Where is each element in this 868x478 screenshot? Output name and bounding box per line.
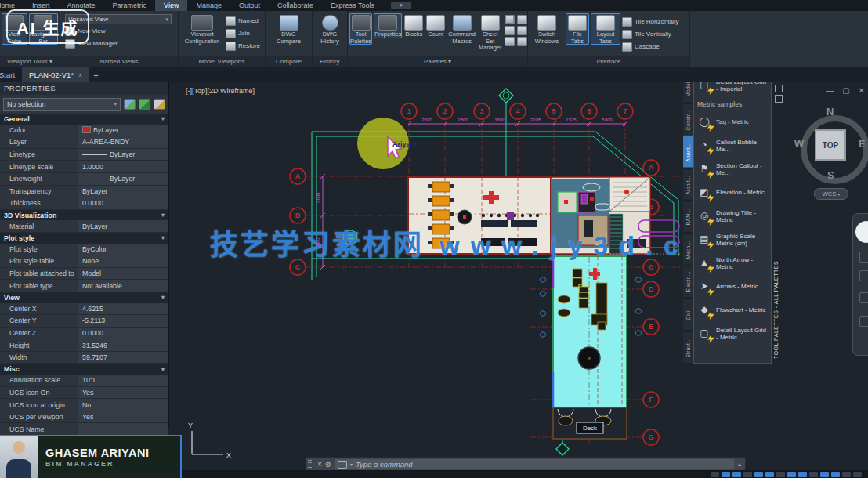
autohide-icon[interactable] (775, 85, 783, 92)
minimize-icon[interactable]: — (826, 86, 834, 95)
panel-label-model-viewports[interactable]: Model Viewports (179, 56, 265, 67)
palette-tab-architectural[interactable]: Archit... (683, 168, 693, 201)
ribbon-tab-annotate[interactable]: Annotate (59, 0, 104, 11)
view-cube-button[interactable]: View Cube (2, 13, 27, 45)
dwg-history-button[interactable]: DWG History (314, 13, 345, 45)
ribbon-tab-collaborate[interactable]: Collaborate (269, 0, 322, 11)
palette-item[interactable]: ➤ Arrows - Metric (696, 275, 769, 299)
orbit-icon[interactable] (859, 292, 868, 303)
palette-item[interactable]: ▤ Graphic Scale - Metric (cm) (696, 228, 769, 252)
toggle-pickadd-icon[interactable] (124, 99, 136, 110)
palette-item[interactable]: ◎ Drawing Title - Metric (696, 205, 769, 228)
palette-tab-annotation[interactable]: Annot... (683, 136, 693, 168)
markup-palette-icon[interactable] (517, 26, 527, 35)
ribbon-tab-view[interactable]: View (155, 0, 187, 11)
palette-item[interactable]: ◔ Callout Bubble - Me... (696, 134, 769, 158)
panel-label-interface[interactable]: Interface (528, 56, 689, 67)
section-misc[interactable]: Misc ▾ (0, 364, 168, 375)
command-input[interactable]: ▾ Type a command (335, 459, 734, 469)
properties-button[interactable]: Properties (374, 13, 402, 38)
palette-item[interactable]: ◆ Flowchart - Metric (696, 299, 769, 322)
panel-label-palettes[interactable]: Palettes ▾ (348, 56, 527, 67)
status-toggle[interactable] (809, 472, 818, 477)
palette-item[interactable]: ⚑ Section Callout - Me... (696, 158, 769, 181)
viewcube-west[interactable]: W (794, 138, 804, 150)
viewport-controls-label[interactable]: [-][Top][2D Wireframe] (186, 87, 255, 95)
selection-dropdown[interactable]: No selection ▾ (3, 98, 121, 111)
status-toggle[interactable] (776, 472, 785, 477)
panel-label-named-views[interactable]: Named Views (60, 56, 178, 67)
panel-label-history[interactable]: History (313, 56, 347, 67)
view-manager-button[interactable]: View Manager (65, 38, 172, 49)
text-window-icon[interactable] (505, 15, 515, 24)
layout-tabs-button[interactable]: Layout Tabs (591, 13, 620, 45)
quick-select-icon[interactable] (154, 99, 165, 110)
expand-history-icon[interactable]: ▴ (738, 461, 741, 468)
drawing-tab[interactable]: PLAN-02-V1* × (22, 67, 89, 82)
palette-item[interactable]: ◯ Tag - Metric (696, 110, 769, 134)
status-toggle[interactable] (853, 472, 862, 477)
blocks-button[interactable]: Blocks (403, 13, 424, 38)
showmotion-icon[interactable] (859, 316, 868, 327)
start-tab[interactable]: Start (0, 67, 22, 82)
ribbon-tab-express-tools[interactable]: Express Tools (322, 0, 383, 11)
view-combobox[interactable]: Unsaved View ▾ (65, 14, 172, 24)
full-navigation-wheel-icon[interactable] (855, 221, 868, 243)
layer-palette-icon[interactable] (505, 26, 515, 35)
close-command-icon[interactable]: × (317, 460, 322, 469)
viewcube-south[interactable]: S (827, 169, 834, 181)
status-toggle[interactable] (831, 472, 840, 477)
palette-tab-electrical[interactable]: Electri... (683, 266, 693, 299)
design-center-icon[interactable] (505, 37, 515, 46)
viewport-configuration-button[interactable]: Viewport Configuration (180, 13, 224, 45)
count-button[interactable]: Count (425, 13, 446, 38)
status-toggle[interactable] (722, 472, 730, 477)
palette-tab-structural[interactable]: Struct... (683, 331, 693, 364)
status-toggle[interactable] (754, 472, 763, 477)
zoom-icon[interactable] (859, 270, 868, 281)
close-icon[interactable]: ✕ (859, 86, 865, 95)
restore-icon[interactable]: ▢ (842, 86, 849, 95)
ribbon-tab-parametric[interactable]: Parametric (104, 0, 156, 11)
status-toggle[interactable] (798, 472, 807, 477)
viewcube-top-face[interactable]: TOP (815, 129, 846, 161)
tile-vertically-button[interactable]: Tile Vertically (622, 28, 679, 40)
customize-icon[interactable]: ⚙ (325, 461, 331, 469)
status-toggle[interactable] (732, 472, 741, 477)
palette-tab-mechanical[interactable]: Mech... (683, 234, 693, 266)
palette-item[interactable]: ▲ North Arrow - Metric (696, 252, 769, 275)
cascade-button[interactable]: Cascade (622, 41, 679, 53)
clipboard-palette-icon[interactable] (517, 37, 527, 46)
status-toggle[interactable] (711, 472, 719, 477)
section-plot-style[interactable]: Plot style ▾ (0, 233, 168, 244)
tool-palettes-button[interactable]: Tool Palettes (349, 13, 372, 45)
navigation-bar[interactable] (852, 213, 868, 356)
pan-icon[interactable] (859, 252, 868, 263)
panel-label-viewport-tools[interactable]: Viewport Tools ▾ (0, 56, 60, 67)
section-3d-visualization[interactable]: 3D Visualization ▾ (0, 210, 168, 221)
switch-windows-button[interactable]: Switch Windows (530, 13, 564, 45)
file-tabs-button[interactable]: File Tabs (566, 13, 589, 45)
navigation-bar-button[interactable]: Navigation Bar (29, 13, 58, 45)
select-objects-icon[interactable] (139, 99, 150, 110)
recent-commands-icon[interactable] (338, 461, 347, 469)
viewcube-east[interactable]: E (859, 138, 866, 150)
ribbon-tab-home[interactable]: Home (0, 0, 24, 11)
palette-item[interactable]: ◩ Elevation - Metric (696, 181, 769, 205)
status-toggle[interactable] (743, 472, 752, 477)
palette-tab-iran[interactable]: IRAN-... (683, 201, 693, 234)
status-toggle[interactable] (787, 472, 796, 477)
command-macros-button[interactable]: Command Macros (447, 13, 476, 45)
section-view[interactable]: View ▾ (0, 292, 168, 303)
new-view-button[interactable]: New View (65, 25, 172, 37)
restore-viewports-button[interactable]: Restore (226, 40, 260, 52)
palette-tab-civil[interactable]: Civil (683, 299, 693, 331)
dwg-compare-button[interactable]: DWG Compare (269, 13, 309, 45)
palette-properties-icon[interactable] (775, 95, 783, 103)
status-toggle[interactable] (820, 472, 829, 477)
panel-label-compare[interactable]: Compare (266, 56, 312, 67)
wcs-selector[interactable]: WCS ▾ (814, 188, 848, 200)
sheet-set-manager-button[interactable]: Sheet Set Manager (478, 13, 503, 52)
named-viewports-button[interactable]: Named (226, 15, 260, 27)
tile-horizontally-button[interactable]: Tile Horizontally (622, 16, 679, 27)
